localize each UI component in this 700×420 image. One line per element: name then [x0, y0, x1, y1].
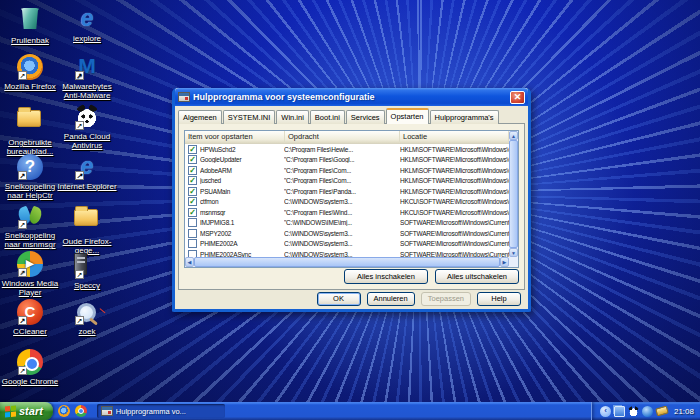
checkbox[interactable] — [188, 145, 197, 154]
tab-strip: Algemeen SYSTEM.INI Win.ini Boot.ini Ser… — [178, 110, 499, 124]
checkbox[interactable] — [188, 250, 197, 257]
desktop-icon-label: Google Chrome — [0, 377, 60, 386]
item-location: HKLM\SOFTWARE\Microsoft\Windows\CurrentV… — [400, 167, 509, 174]
desktop-icon-chrome[interactable]: Google Chrome — [0, 349, 60, 386]
item-command: C:\Program Files\Hewle... — [284, 146, 400, 153]
table-row[interactable]: IMJPMIG8.1 "C:\WINDOWS\IME\imj... SOFTWA… — [185, 218, 509, 229]
device-tray-icon[interactable] — [655, 406, 669, 417]
help-button[interactable]: Help — [477, 292, 521, 306]
tab-hulpprogrammas[interactable]: Hulpprogramma's — [430, 110, 499, 124]
item-location: SOFTWARE\Microsoft\Windows\CurrentVersio… — [400, 230, 509, 237]
table-row[interactable]: GoogleUpdater "C:\Program Files\Googl...… — [185, 155, 509, 166]
item-name: PSUAMain — [200, 188, 284, 195]
checkbox[interactable] — [188, 176, 197, 185]
scrollbar-thumb[interactable] — [194, 257, 500, 267]
checkbox[interactable] — [188, 187, 197, 196]
apply-button[interactable]: Toepassen — [421, 292, 471, 306]
desktop-icon-zoek[interactable]: zoek — [57, 299, 117, 336]
dialog-buttons: OK Annuleren Toepassen Help — [317, 292, 521, 306]
checkbox[interactable] — [188, 239, 197, 248]
shortcut-arrow-icon — [18, 71, 27, 80]
close-button[interactable]: ✕ — [510, 91, 525, 104]
panda-icon — [74, 104, 100, 130]
desktop-icon-firefox[interactable]: Mozilla Firefox — [0, 54, 60, 91]
desktop-icon-label: Prullenbak — [0, 36, 60, 45]
item-command: "C:\Program Files\Panda... — [284, 188, 400, 195]
desktop-icon-label: iexplore — [57, 34, 117, 43]
scroll-down-icon[interactable]: ▼ — [509, 248, 518, 257]
globe-tray-icon[interactable] — [642, 406, 653, 417]
tab-opstarten[interactable]: Opstarten — [386, 108, 429, 124]
horizontal-scrollbar[interactable]: ◀ ▶ — [185, 257, 509, 267]
table-row[interactable]: msnmsgr "C:\Program Files\Wind... HKCU\S… — [185, 207, 509, 218]
desktop-icon-iexplore[interactable]: e iexplore — [57, 6, 117, 43]
desktop-icon-helpctr[interactable]: ? Snelkoppeling naar HelpCtr — [0, 154, 60, 200]
desktop-icon-ongebruikte-bureaublad[interactable]: Ongebruikte bureaublad... — [0, 104, 60, 156]
checkbox[interactable] — [188, 229, 197, 238]
table-row[interactable]: MSPY2002 C:\WINDOWS\system3... SOFTWARE\… — [185, 228, 509, 239]
start-button[interactable]: start — [0, 402, 53, 420]
tab-bootini[interactable]: Boot.ini — [310, 110, 345, 124]
scrollbar-thumb[interactable] — [509, 140, 518, 248]
cancel-button[interactable]: Annuleren — [367, 292, 415, 306]
desktop-icon-ccleaner[interactable]: C CCleaner — [0, 299, 60, 336]
msn-butterfly-icon — [17, 203, 43, 229]
desktop-icon-panda-cloud[interactable]: Panda Cloud Antivirus — [57, 104, 117, 150]
table-row[interactable]: jusched "C:\Program Files\Com... HKLM\SO… — [185, 176, 509, 187]
shortcut-arrow-icon — [75, 171, 84, 180]
item-command: "C:\Program Files\Googl... — [284, 156, 400, 163]
checkbox[interactable] — [188, 197, 197, 206]
checkbox[interactable] — [188, 218, 197, 227]
item-name: msnmsgr — [200, 209, 284, 216]
tab-systemini[interactable]: SYSTEM.INI — [223, 110, 276, 124]
desktop-icon-label: CCleaner — [0, 327, 60, 336]
folder-icon — [17, 110, 43, 136]
msconfig-icon — [101, 406, 113, 416]
desktop-icon-label: Mozilla Firefox — [0, 82, 60, 91]
tab-services[interactable]: Services — [346, 110, 385, 124]
panda-tray-icon[interactable] — [628, 406, 639, 417]
item-location: HKLM\SOFTWARE\Microsoft\Windows\CurrentV… — [400, 146, 509, 153]
desktop-icon-msnmsgr[interactable]: Snelkoppeling naar msnmsgr — [0, 203, 60, 249]
quicklaunch-firefox-icon[interactable] — [58, 405, 70, 417]
tray-chevron-icon[interactable]: ‹ — [600, 406, 611, 417]
desktop-icon-oude-firefox[interactable]: Oude Firefox-gege... — [57, 203, 117, 255]
item-location: HKLM\SOFTWARE\Microsoft\Windows\CurrentV… — [400, 177, 509, 184]
dialog-title-bar[interactable]: Hulpprogramma voor systeemconfiguratie ✕ — [175, 88, 528, 106]
desktop-icon-wmp[interactable]: ▶ Windows Media Player — [0, 251, 60, 297]
shortcut-arrow-icon — [75, 316, 84, 325]
table-row[interactable]: ctfmon C:\WINDOWS\system3... HKCU\SOFTWA… — [185, 197, 509, 208]
column-header-opdracht[interactable]: Opdracht — [285, 131, 400, 143]
column-header-item[interactable]: Item voor opstarten — [185, 131, 285, 143]
checkbox[interactable] — [188, 208, 197, 217]
disable-all-button[interactable]: Alles uitschakelen — [435, 269, 519, 284]
help-center-icon: ? — [17, 154, 43, 180]
vertical-scrollbar[interactable]: ▲ ▼ — [509, 131, 518, 257]
desktop-icon-speccy[interactable]: Speccy — [57, 251, 117, 290]
checkbox[interactable] — [188, 155, 197, 164]
scroll-up-icon[interactable]: ▲ — [509, 131, 518, 140]
scrollbar-corner — [509, 257, 518, 267]
network-tray-icon[interactable] — [614, 406, 625, 417]
chrome-icon — [17, 349, 43, 375]
scroll-right-icon[interactable]: ▶ — [500, 257, 509, 267]
table-row[interactable]: PHIME2002ASync C:\WINDOWS\system3... SOF… — [185, 249, 509, 257]
item-name: PHIME2002A — [200, 240, 284, 247]
desktop-icon-prullenbak[interactable]: Prullenbak — [0, 6, 60, 45]
tab-algemeen[interactable]: Algemeen — [178, 110, 222, 124]
table-row[interactable]: PHIME2002A C:\WINDOWS\system3... SOFTWAR… — [185, 239, 509, 250]
item-name: MSPY2002 — [200, 230, 284, 237]
checkbox[interactable] — [188, 166, 197, 175]
table-row[interactable]: HPWuSchd2 C:\Program Files\Hewle... HKLM… — [185, 144, 509, 155]
desktop-icon-internet-explorer[interactable]: e Internet Explorer — [57, 154, 117, 191]
scroll-left-icon[interactable]: ◀ — [185, 257, 194, 267]
tab-winini[interactable]: Win.ini — [276, 110, 309, 124]
enable-all-button[interactable]: Alles inschakelen — [344, 269, 428, 284]
column-header-locatie[interactable]: Locatie — [400, 131, 509, 143]
taskbar-button-msconfig[interactable]: Hulpprogramma vo... — [97, 404, 225, 418]
table-row[interactable]: AdobeARM "C:\Program Files\Com... HKLM\S… — [185, 165, 509, 176]
ok-button[interactable]: OK — [317, 292, 361, 306]
table-row[interactable]: PSUAMain "C:\Program Files\Panda... HKLM… — [185, 186, 509, 197]
quicklaunch-chrome-icon[interactable] — [75, 405, 87, 417]
desktop-icon-malwarebytes[interactable]: M Malwarebytes Anti-Malware — [57, 54, 117, 100]
